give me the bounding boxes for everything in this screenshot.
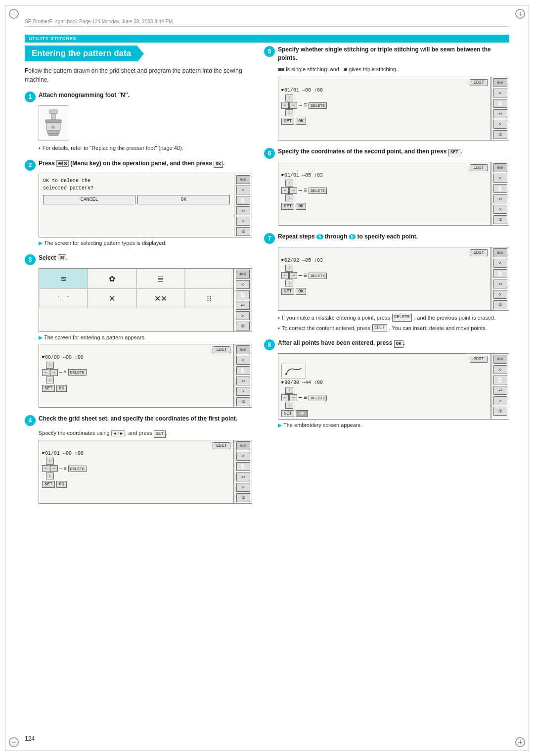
sc5-circle-btn[interactable]: ↩ [493,109,507,118]
sc5-gt-btn[interactable]: > [493,120,507,129]
sc3-circle-btn[interactable]: ↩ [236,377,250,385]
sc6-2-btn[interactable]: ② [493,215,507,224]
sc3-lt-btn[interactable]: < [236,356,250,365]
down-arrow-btn-5[interactable]: ↓ [285,109,293,116]
pattern-cell-8[interactable]: ⁝⁝ [185,288,233,308]
right-arrow-btn-8[interactable]: → [289,394,297,401]
sidebar-menu-btn[interactable]: ⊕/⊘ [236,175,250,184]
up-arrow-btn-7[interactable]: ↑ [285,265,293,272]
edit-btn-6[interactable]: EDIT [470,164,488,171]
down-arrow-btn-8[interactable]: ↓ [285,402,293,409]
sc3-doc-btn[interactable]: 📄 [236,366,250,375]
set-btn-5[interactable]: SET [281,118,294,125]
sidebar-gt-btn[interactable]: > [236,217,250,226]
up-arrow-btn-5[interactable]: ↑ [285,94,293,101]
ok-btn-7[interactable]: 0K [296,288,306,295]
right-arrow-btn-5[interactable]: → [289,102,297,109]
pg-sidebar-circle-btn[interactable]: ↩ [236,301,250,310]
sc5-lt-btn[interactable]: < [493,89,507,97]
pattern-cell-2[interactable]: ✿ [88,269,136,288]
delete-btn-3[interactable]: DELETE [68,369,87,376]
down-arrow-btn-3[interactable]: ↓ [46,377,53,383]
left-arrow-btn-5[interactable]: ← [281,102,289,109]
cancel-button[interactable]: CANCEL [43,195,135,204]
delete-btn-8[interactable]: DELETE [309,395,327,401]
sc5-doc-btn[interactable]: 📄 [493,99,507,108]
sc6-gt-btn[interactable]: > [493,205,507,214]
down-arrow-btn-7[interactable]: ↓ [285,280,293,286]
sidebar-circle-btn[interactable]: ↩ [236,206,250,215]
left-arrow-btn-7[interactable]: ← [281,272,289,279]
sc7-circle-btn[interactable]: ↩ [493,280,507,288]
ok-btn-8[interactable]: 0K [296,410,308,417]
sidebar-2-btn[interactable]: ② [236,227,250,236]
edit-btn-4[interactable]: EDIT [213,442,230,449]
delete-btn-6[interactable]: DELETE [309,188,327,194]
sidebar-lt-btn[interactable]: < [236,186,250,194]
sc4-circle-btn[interactable]: ↩ [236,472,250,481]
edit-btn-5[interactable]: EDIT [470,79,488,86]
sc8-gt-btn[interactable]: > [493,396,507,405]
sc8-lt-btn[interactable]: < [493,365,507,374]
set-btn-7[interactable]: SET [281,288,294,295]
sc4-doc-btn[interactable]: 📄 [236,462,250,471]
right-arrow-btn-7[interactable]: → [289,272,297,279]
set-btn-8[interactable]: SET [281,410,294,417]
right-arrow-btn-6[interactable]: → [289,187,297,194]
up-arrow-btn-4[interactable]: ↑ [46,458,53,465]
sidebar-doc-btn[interactable]: 📄 [236,196,250,205]
edit-btn-3[interactable]: EDIT [213,346,230,353]
sc3-gt-btn[interactable]: > [236,387,250,396]
sc7-lt-btn[interactable]: < [493,259,507,268]
sc4-lt-btn[interactable]: < [236,452,250,461]
sc7-2-btn[interactable]: ② [493,300,507,309]
sc8-circle-btn[interactable]: ↩ [493,386,507,395]
sc6-menu-btn[interactable]: ⊕/⊘ [493,163,507,172]
left-arrow-btn-6[interactable]: ← [281,187,289,194]
sc8-2-btn[interactable]: ② [493,407,507,416]
ok-btn-4[interactable]: 0K [56,481,67,488]
sc3-2-btn[interactable]: ② [236,397,250,406]
up-arrow-btn-8[interactable]: ↑ [285,387,293,394]
pattern-cell-7[interactable]: ✕✕ [136,288,185,308]
ok-btn-6[interactable]: 0K [296,203,306,210]
right-arrow-btn-4[interactable]: → [50,465,57,472]
left-arrow-btn-4[interactable]: ← [42,465,49,472]
delete-btn-5[interactable]: DELETE [309,102,327,109]
down-arrow-btn-6[interactable]: ↓ [285,194,293,201]
pattern-cell-3[interactable]: ≣ [136,269,185,288]
set-btn-6[interactable]: SET [281,203,294,210]
sc6-circle-btn[interactable]: ↩ [493,194,507,203]
pattern-cell-1[interactable]: ≋ [39,269,88,288]
sc4-2-btn[interactable]: ② [236,493,250,502]
left-arrow-btn-3[interactable]: ← [42,369,49,376]
pg-sidebar-lt-btn[interactable]: < [236,280,250,289]
sc4-menu-btn[interactable]: ⊕/⊘ [236,441,250,450]
sc8-doc-btn[interactable]: 📄 [493,376,507,384]
ok-dialog-button[interactable]: 0K [137,195,230,204]
pg-sidebar-2-btn[interactable]: ② [236,322,250,331]
left-arrow-btn-8[interactable]: ← [281,394,289,401]
up-arrow-btn-3[interactable]: ↑ [46,362,53,369]
set-btn-3[interactable]: SET [42,385,55,392]
sc8-menu-btn[interactable]: ⊕/⊘ [493,355,507,364]
delete-btn-7[interactable]: DELETE [309,273,327,279]
sc6-lt-btn[interactable]: < [493,174,507,183]
right-arrow-btn-3[interactable]: → [50,369,57,376]
sc3-menu-btn[interactable]: ⊕/⊘ [236,345,250,354]
pg-sidebar-gt-btn[interactable]: > [236,311,250,320]
pg-sidebar-menu-btn[interactable]: ⊕/⊘ [236,270,250,279]
ok-btn-3[interactable]: 0K [56,385,67,392]
edit-btn-7[interactable]: EDIT [470,249,488,256]
delete-btn-4[interactable]: DELETE [68,466,87,472]
down-arrow-btn-4[interactable]: ↓ [46,472,53,479]
sc5-menu-btn[interactable]: ⊕/⊘ [493,78,507,87]
sc5-2-btn[interactable]: ② [493,130,507,139]
sc7-doc-btn[interactable]: 📄 [493,269,507,278]
sc7-gt-btn[interactable]: > [493,290,507,299]
pattern-cell-5[interactable]: ⋱⋰ [39,288,88,308]
ok-btn-5[interactable]: 0K [296,118,306,125]
sc4-gt-btn[interactable]: > [236,483,250,492]
pg-sidebar-doc-btn[interactable]: 📄 [236,290,250,299]
sc6-doc-btn[interactable]: 📄 [493,184,507,193]
